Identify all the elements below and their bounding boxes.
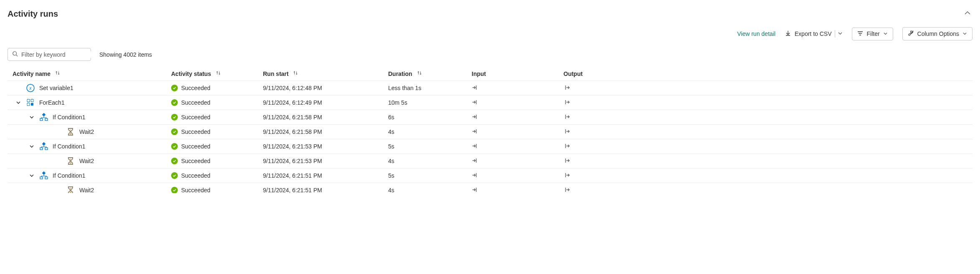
input-icon[interactable]	[472, 85, 478, 92]
col-label: Activity name	[13, 70, 51, 77]
expand-chevron-icon[interactable]	[28, 143, 35, 150]
col-activity-status[interactable]: Activity status	[171, 70, 263, 77]
table-row[interactable]: Wait2Succeeded9/11/2024, 6:21:58 PM4s	[8, 125, 972, 139]
output-icon[interactable]	[563, 85, 570, 92]
download-icon	[785, 30, 791, 38]
table-row[interactable]: Wait2Succeeded9/11/2024, 6:21:51 PM4s	[8, 183, 972, 193]
success-icon	[171, 99, 178, 106]
output-icon[interactable]	[563, 129, 570, 136]
output-icon[interactable]	[563, 158, 570, 165]
item-count: Showing 4002 items	[99, 51, 152, 58]
col-duration[interactable]: Duration	[388, 70, 472, 77]
filter-label: Filter	[866, 30, 879, 37]
table-body: Set variable1Succeeded9/11/2024, 6:12:48…	[8, 80, 972, 193]
chevron-down-icon[interactable]	[838, 30, 843, 37]
search-box[interactable]	[8, 48, 91, 61]
status-cell: Succeeded	[171, 172, 263, 179]
status-cell: Succeeded	[171, 143, 263, 150]
input-icon[interactable]	[472, 173, 478, 180]
input-icon[interactable]	[472, 115, 478, 121]
col-activity-name[interactable]: Activity name	[13, 70, 171, 77]
table-row[interactable]: If Condition1Succeeded9/11/2024, 6:21:51…	[8, 168, 972, 183]
col-label: Run start	[263, 70, 288, 77]
input-icon[interactable]	[472, 144, 478, 151]
column-options-label: Column Options	[917, 30, 959, 37]
run-start: 9/11/2024, 6:21:53 PM	[263, 158, 388, 164]
expand-chevron-icon[interactable]	[28, 114, 35, 121]
run-start: 9/11/2024, 6:12:48 PM	[263, 85, 388, 91]
col-label: Activity status	[171, 70, 211, 77]
col-run-start[interactable]: Run start	[263, 70, 388, 77]
status-cell: Succeeded	[171, 85, 263, 91]
filter-button[interactable]: Filter	[852, 28, 893, 40]
success-icon	[171, 85, 178, 91]
ifcond-icon	[39, 142, 48, 151]
table-row[interactable]: If Condition1Succeeded9/11/2024, 6:21:53…	[8, 139, 972, 154]
run-start: 9/11/2024, 6:21:58 PM	[263, 128, 388, 135]
duration: 10m 5s	[388, 99, 472, 106]
input-icon[interactable]	[472, 158, 478, 165]
duration: 4s	[388, 128, 472, 135]
duration: Less than 1s	[388, 85, 472, 91]
success-icon	[171, 143, 178, 150]
table-row[interactable]: Wait2Succeeded9/11/2024, 6:21:53 PM4s	[8, 154, 972, 168]
export-csv-label: Export to CSV	[795, 30, 832, 37]
col-output[interactable]: Output	[563, 70, 655, 77]
expand-chevron-icon[interactable]	[15, 99, 22, 106]
sort-icon	[293, 70, 298, 77]
activity-name: ForEach1	[39, 99, 65, 106]
run-start: 9/11/2024, 6:21:58 PM	[263, 114, 388, 121]
run-start: 9/11/2024, 6:21:51 PM	[263, 187, 388, 193]
duration: 5s	[388, 172, 472, 179]
duration: 5s	[388, 143, 472, 150]
page-title: Activity runs	[8, 9, 58, 19]
status-label: Succeeded	[181, 158, 210, 164]
search-icon	[12, 51, 18, 58]
status-cell: Succeeded	[171, 187, 263, 193]
status-cell: Succeeded	[171, 114, 263, 121]
col-input[interactable]: Input	[472, 70, 563, 77]
wait-icon	[66, 186, 75, 193]
divider	[835, 30, 835, 38]
run-start: 9/11/2024, 6:21:51 PM	[263, 172, 388, 179]
activity-name: Wait2	[79, 128, 94, 135]
table-row[interactable]: If Condition1Succeeded9/11/2024, 6:21:58…	[8, 110, 972, 125]
input-icon[interactable]	[472, 188, 478, 194]
table-row[interactable]: Set variable1Succeeded9/11/2024, 6:12:48…	[8, 81, 972, 96]
ifcond-icon	[39, 113, 48, 122]
run-start: 9/11/2024, 6:21:53 PM	[263, 143, 388, 150]
status-label: Succeeded	[181, 187, 210, 193]
input-icon[interactable]	[472, 129, 478, 136]
duration: 4s	[388, 158, 472, 164]
success-icon	[171, 172, 178, 179]
column-options-button[interactable]: Column Options	[902, 27, 972, 40]
output-icon[interactable]	[563, 173, 570, 180]
toolbar: View run detail Export to CSV Filter Col…	[8, 27, 972, 40]
status-cell: Succeeded	[171, 158, 263, 164]
output-icon[interactable]	[563, 115, 570, 121]
table-row[interactable]: ForEach1Succeeded9/11/2024, 6:12:49 PM10…	[8, 96, 972, 110]
activity-name: Wait2	[79, 187, 94, 193]
sort-icon	[215, 70, 221, 77]
search-input[interactable]	[21, 51, 94, 58]
duration: 4s	[388, 187, 472, 193]
expand-chevron-icon[interactable]	[28, 172, 35, 179]
view-run-detail-link[interactable]: View run detail	[737, 30, 775, 37]
svg-point-0	[13, 52, 17, 55]
filter-icon	[857, 30, 863, 38]
wait-icon	[66, 156, 75, 166]
output-icon[interactable]	[563, 188, 570, 194]
activity-name: If Condition1	[53, 172, 86, 179]
collapse-panel-icon[interactable]	[962, 8, 972, 20]
output-icon[interactable]	[563, 144, 570, 151]
col-label: Input	[472, 70, 486, 77]
success-icon	[171, 187, 178, 193]
status-cell: Succeeded	[171, 128, 263, 135]
wait-icon	[66, 127, 75, 136]
sort-icon	[417, 70, 422, 77]
input-icon[interactable]	[472, 100, 478, 107]
export-csv-button[interactable]: Export to CSV	[785, 30, 843, 38]
variable-icon	[26, 83, 35, 93]
status-label: Succeeded	[181, 114, 210, 121]
output-icon[interactable]	[563, 100, 570, 107]
